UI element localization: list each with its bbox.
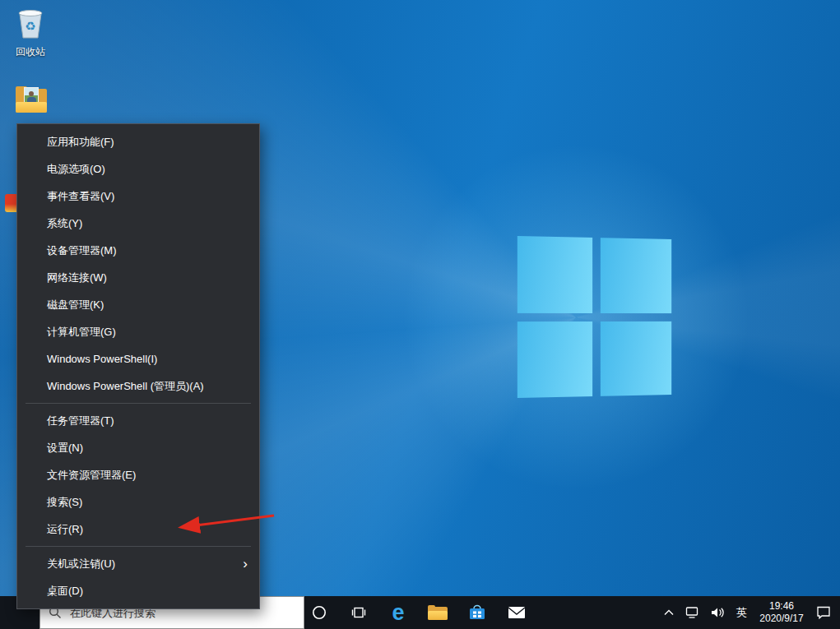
- menu-item-computer-management[interactable]: 计算机管理(G): [17, 318, 259, 345]
- chevron-up-icon: [664, 609, 674, 616]
- windows-logo-pane: [600, 321, 671, 395]
- recycle-symbol: ♻: [25, 19, 35, 34]
- menu-item-file-explorer[interactable]: 文件资源管理器(E): [17, 461, 259, 488]
- clock-date: 2020/9/17: [759, 613, 803, 625]
- recycle-bin-icon: ♻: [16, 7, 45, 39]
- menu-separator: [26, 546, 251, 547]
- task-view-button[interactable]: [339, 596, 378, 629]
- menu-item-task-manager[interactable]: 任务管理器(T): [17, 407, 259, 434]
- menu-item-power-options[interactable]: 电源选项(O): [17, 155, 259, 183]
- file-explorer-button[interactable]: [418, 596, 457, 629]
- desktop-icon-user-folder[interactable]: [14, 86, 49, 113]
- windows-logo-pane: [517, 321, 592, 399]
- network-icon: [685, 607, 699, 619]
- menu-item-shutdown-or-sign-out[interactable]: 关机或注销(U) ›: [17, 550, 259, 577]
- mail-icon: [508, 606, 526, 619]
- mail-button[interactable]: [497, 596, 536, 629]
- cortana-icon: [312, 605, 327, 620]
- task-view-icon: [350, 607, 367, 618]
- menu-item-device-manager[interactable]: 设备管理器(M): [17, 237, 259, 264]
- windows-logo-pane: [517, 236, 592, 313]
- network-button[interactable]: [680, 596, 705, 629]
- taskbar-buttons: e: [299, 596, 536, 629]
- action-center-icon: [816, 606, 831, 619]
- windows-logo: [517, 236, 671, 398]
- system-tray: 英 19:46 2020/9/17: [658, 596, 840, 629]
- folder-front: [428, 611, 448, 620]
- menu-item-system[interactable]: 系统(Y): [17, 210, 259, 237]
- volume-button[interactable]: [705, 596, 731, 629]
- windows-logo-pane: [600, 238, 671, 312]
- clock-time: 19:46: [769, 600, 794, 613]
- store-icon: [468, 604, 486, 621]
- menu-item-settings[interactable]: 设置(N): [17, 434, 259, 461]
- user-photo-head: [29, 91, 34, 96]
- menu-item-windows-powershell-admin[interactable]: Windows PowerShell (管理员)(A): [17, 372, 259, 400]
- user-folder-icon: [16, 86, 47, 113]
- menu-item-run[interactable]: 运行(R): [17, 516, 259, 543]
- ime-indicator[interactable]: 英: [731, 596, 753, 629]
- winx-menu: 应用和功能(F) 电源选项(O) 事件查看器(V) 系统(Y) 设备管理器(M)…: [16, 123, 260, 609]
- menu-item-apps-and-features[interactable]: 应用和功能(F): [17, 128, 259, 155]
- menu-item-label: 关机或注销(U): [47, 557, 115, 570]
- menu-item-network-connections[interactable]: 网络连接(W): [17, 264, 259, 291]
- menu-item-search[interactable]: 搜索(S): [17, 488, 259, 516]
- desktop-icon-recycle-bin[interactable]: ♻ 回收站: [11, 7, 50, 59]
- menu-item-windows-powershell[interactable]: Windows PowerShell(I): [17, 345, 259, 372]
- menu-item-event-viewer[interactable]: 事件查看器(V): [17, 183, 259, 210]
- tray-expand-button[interactable]: [658, 596, 680, 629]
- menu-item-desktop[interactable]: 桌面(D): [17, 577, 259, 604]
- windows-desktop: ♻ 回收站: [0, 0, 840, 629]
- speaker-icon: [711, 607, 725, 618]
- desktop-icon-label: 回收站: [11, 45, 50, 59]
- taskbar-clock[interactable]: 19:46 2020/9/17: [753, 596, 810, 629]
- edge-button[interactable]: e: [378, 596, 418, 629]
- menu-separator: [26, 403, 251, 404]
- partial-desktop-icon[interactable]: [5, 194, 16, 212]
- menu-item-disk-management[interactable]: 磁盘管理(K): [17, 291, 259, 318]
- file-explorer-icon: [428, 605, 448, 620]
- folder-tab: [428, 605, 435, 608]
- edge-icon: e: [392, 602, 404, 624]
- action-center-button[interactable]: [810, 596, 837, 629]
- submenu-chevron-icon: ›: [243, 550, 248, 577]
- cortana-button[interactable]: [299, 596, 339, 629]
- store-button[interactable]: [457, 596, 497, 629]
- folder-front: [16, 102, 47, 113]
